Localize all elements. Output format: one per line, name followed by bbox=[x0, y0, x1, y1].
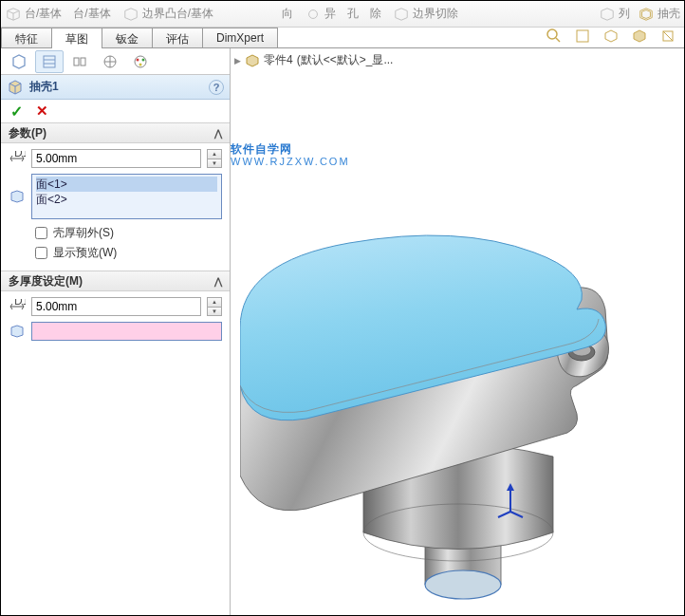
cancel-button[interactable]: ✕ bbox=[36, 103, 48, 120]
ok-button[interactable]: ✓ bbox=[10, 103, 23, 121]
panel-tab-appearance[interactable] bbox=[126, 50, 155, 73]
checkbox-input[interactable] bbox=[35, 247, 47, 259]
svg-line-5 bbox=[663, 31, 673, 41]
svg-rect-6 bbox=[44, 56, 55, 67]
collapse-icon: ⋀ bbox=[214, 276, 222, 287]
ribbon-label: 异 bbox=[324, 6, 336, 22]
feature-title-bar: 抽壳1 ? bbox=[1, 75, 230, 100]
show-preview-checkbox[interactable]: 显示预览(W) bbox=[35, 245, 222, 261]
ribbon-cmd[interactable]: 除 bbox=[370, 6, 381, 22]
ribbon-cmd[interactable]: 台/基体 bbox=[73, 6, 110, 22]
svg-point-0 bbox=[309, 9, 318, 18]
tab-dimxpert[interactable]: DimXpert bbox=[202, 28, 278, 47]
params-header[interactable]: 参数(P) ⋀ bbox=[1, 122, 230, 143]
view-orient-icon[interactable] bbox=[601, 26, 621, 47]
multi-title: 多厚度设定(M) bbox=[9, 273, 83, 289]
watermark-url: WWW.RJZXW.COM bbox=[231, 157, 350, 167]
svg-rect-10 bbox=[81, 58, 85, 65]
multi-thickness-header[interactable]: 多厚度设定(M) ⋀ bbox=[1, 271, 230, 291]
zoom-fit-icon[interactable] bbox=[544, 26, 565, 47]
model-render bbox=[240, 172, 684, 616]
svg-text:D1: D1 bbox=[14, 151, 26, 159]
flyout-tree[interactable]: ▶ 零件4 (默认<<默认>_显... bbox=[234, 52, 393, 68]
section-view-icon[interactable] bbox=[657, 26, 678, 47]
thickness-icon: D1 bbox=[9, 299, 26, 314]
panel-tab-tree[interactable] bbox=[5, 50, 33, 73]
cube-icon bbox=[599, 7, 616, 22]
feature-name: 抽壳1 bbox=[29, 79, 59, 95]
ribbon-cmd[interactable]: 边界凸台/基体 bbox=[122, 6, 213, 22]
multi-thickness-input[interactable] bbox=[31, 297, 201, 316]
ribbon-cmd[interactable]: 孔 bbox=[347, 6, 359, 22]
shell-outward-checkbox[interactable]: 壳厚朝外(S) bbox=[35, 225, 222, 241]
ribbon-cmd[interactable]: 列 bbox=[599, 6, 630, 22]
feature-tabs: 特征 草图 钣金 评估 DimXpert bbox=[1, 28, 684, 48]
watermark-title: 软件自学网 bbox=[231, 143, 350, 155]
svg-line-26 bbox=[510, 512, 523, 517]
checkbox-label: 显示预览(W) bbox=[53, 245, 117, 261]
svg-text:D1: D1 bbox=[14, 299, 26, 308]
help-button[interactable]: ? bbox=[209, 80, 224, 95]
ribbon-label: 除 bbox=[370, 6, 381, 22]
ribbon-cmd[interactable]: 异 bbox=[305, 6, 336, 22]
face-item[interactable]: 面<1> bbox=[36, 177, 217, 192]
ribbon-cmd[interactable]: 台/基体 bbox=[5, 6, 62, 22]
svg-point-15 bbox=[137, 58, 139, 61]
ribbon-cmd[interactable]: 边界切除 bbox=[393, 6, 458, 22]
ribbon-label: 台/基体 bbox=[73, 6, 110, 22]
svg-line-27 bbox=[498, 512, 510, 517]
ribbon-label: 台/基体 bbox=[25, 6, 62, 22]
tab-evaluate[interactable]: 评估 bbox=[152, 28, 203, 47]
face-item[interactable]: 面<2> bbox=[36, 192, 217, 207]
tab-feature[interactable]: 特征 bbox=[1, 28, 52, 47]
config-name: (默认<<默认>_显... bbox=[297, 52, 394, 68]
ribbon-label: 向 bbox=[282, 6, 293, 22]
display-style-icon[interactable] bbox=[629, 26, 650, 47]
shell-icon bbox=[638, 7, 655, 22]
panel-tab-bar bbox=[1, 48, 230, 75]
ribbon-cmd-shell[interactable]: 抽壳 bbox=[638, 6, 680, 22]
multi-thickness-spinner[interactable]: ▲▼ bbox=[207, 297, 222, 316]
multi-face-selection[interactable] bbox=[31, 322, 222, 341]
spin-down-icon[interactable]: ▼ bbox=[208, 159, 221, 168]
panel-tab-property[interactable] bbox=[35, 50, 64, 73]
thickness-spinner[interactable]: ▲▼ bbox=[207, 149, 222, 168]
origin-triad bbox=[496, 483, 525, 521]
ribbon-label: 孔 bbox=[347, 6, 359, 22]
thickness-input[interactable] bbox=[31, 149, 201, 168]
property-manager: 抽壳1 ? ✓ ✕ 参数(P) ⋀ D1 ▲▼ 面<1> 面<2> bbox=[1, 48, 231, 616]
panel-tab-dimxpert[interactable] bbox=[96, 50, 124, 73]
watermark: 软件自学网 WWW.RJZXW.COM bbox=[231, 143, 350, 167]
svg-point-17 bbox=[139, 63, 142, 65]
part-icon bbox=[245, 53, 260, 68]
svg-point-20 bbox=[425, 570, 501, 599]
graphics-viewport[interactable]: ▶ 零件4 (默认<<默认>_显... 软件自学网 WWW.RJZXW.COM bbox=[231, 48, 684, 616]
tab-sheetmetal[interactable]: 钣金 bbox=[102, 28, 153, 47]
command-ribbon: 台/基体 台/基体 边界凸台/基体 向 异 孔 除 边界切除 列 抽壳 bbox=[1, 1, 684, 28]
svg-marker-25 bbox=[507, 483, 514, 491]
spin-down-icon[interactable]: ▼ bbox=[208, 308, 221, 316]
spin-up-icon[interactable]: ▲ bbox=[208, 298, 221, 308]
face-select-icon bbox=[9, 189, 26, 204]
spin-up-icon[interactable]: ▲ bbox=[208, 150, 221, 159]
zoom-area-icon[interactable] bbox=[572, 26, 593, 47]
ribbon-label: 边界凸台/基体 bbox=[142, 6, 213, 22]
expand-icon[interactable]: ▶ bbox=[234, 56, 241, 65]
checkbox-input[interactable] bbox=[35, 227, 47, 239]
cube-icon bbox=[122, 7, 139, 22]
tab-sketch[interactable]: 草图 bbox=[51, 28, 102, 47]
thickness-icon: D1 bbox=[9, 151, 26, 166]
collapse-icon: ⋀ bbox=[214, 128, 222, 139]
part-name: 零件4 bbox=[264, 52, 293, 68]
ribbon-label: 边界切除 bbox=[413, 6, 458, 22]
params-title: 参数(P) bbox=[9, 125, 46, 141]
face-selection-list[interactable]: 面<1> 面<2> bbox=[31, 174, 222, 219]
panel-tab-config[interactable] bbox=[65, 50, 94, 73]
svg-point-16 bbox=[142, 58, 145, 61]
svg-rect-3 bbox=[577, 30, 588, 42]
cube-icon bbox=[5, 7, 22, 22]
shell-feature-icon bbox=[7, 79, 24, 96]
checkbox-label: 壳厚朝外(S) bbox=[53, 225, 114, 241]
confirm-row: ✓ ✕ bbox=[1, 100, 230, 122]
ribbon-cmd[interactable]: 向 bbox=[282, 6, 293, 22]
